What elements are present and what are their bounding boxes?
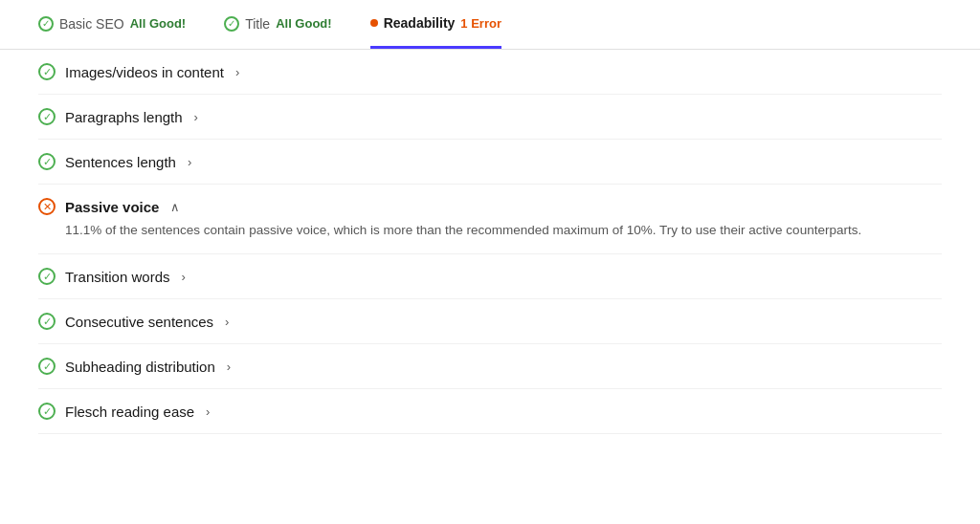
list-item-subheading-distribution: ✓Subheading distribution › bbox=[38, 344, 942, 389]
error-icon-passive-voice: ✕ bbox=[38, 198, 56, 215]
chevron-flesch-reading-ease: › bbox=[206, 404, 210, 419]
content-area: ✓Images/videos in content ›✓Paragraphs l… bbox=[0, 50, 980, 434]
check-icon-paragraphs-length: ✓ bbox=[38, 108, 56, 125]
chevron-sentences-length: › bbox=[188, 155, 191, 169]
item-label-flesch-reading-ease: Flesch reading ease bbox=[65, 404, 194, 420]
tab-title[interactable]: ✓TitleAll Good! bbox=[224, 0, 331, 49]
check-icon-title: ✓ bbox=[224, 16, 239, 32]
check-icon-transition-words: ✓ bbox=[38, 268, 56, 285]
list-item-row-paragraphs-length[interactable]: ✓Paragraphs length › bbox=[38, 108, 942, 125]
list-item-row-subheading-distribution[interactable]: ✓Subheading distribution › bbox=[38, 358, 942, 375]
list-item-row-passive-voice[interactable]: ✕Passive voice ∧ bbox=[38, 198, 942, 215]
error-dot-readability bbox=[370, 19, 378, 27]
check-icon-sentences-length: ✓ bbox=[38, 153, 56, 170]
item-label-passive-voice: Passive voice bbox=[65, 199, 159, 215]
tab-label-readability: Readability bbox=[384, 15, 456, 31]
tab-badge-title: All Good! bbox=[276, 16, 332, 31]
check-icon-flesch-reading-ease: ✓ bbox=[38, 403, 56, 420]
check-icon-subheading-distribution: ✓ bbox=[38, 358, 56, 375]
list-item-paragraphs-length: ✓Paragraphs length › bbox=[38, 95, 942, 140]
item-label-images-videos: Images/videos in content bbox=[65, 64, 224, 80]
item-label-transition-words: Transition words bbox=[65, 269, 169, 285]
tab-bar: ✓Basic SEOAll Good!✓TitleAll Good!Readab… bbox=[0, 0, 980, 50]
check-icon-images-videos: ✓ bbox=[38, 63, 56, 80]
chevron-passive-voice: ∧ bbox=[170, 200, 180, 214]
list-item-row-sentences-length[interactable]: ✓Sentences length › bbox=[38, 153, 942, 170]
list-item-sentences-length: ✓Sentences length › bbox=[38, 140, 942, 185]
list-item-row-transition-words[interactable]: ✓Transition words › bbox=[38, 268, 942, 285]
chevron-subheading-distribution: › bbox=[227, 360, 231, 374]
tab-label-basic-seo: Basic SEO bbox=[59, 16, 124, 32]
item-description-passive-voice: 11.1% of the sentences contain passive v… bbox=[65, 221, 942, 240]
tab-readability[interactable]: Readability1 Error bbox=[370, 0, 501, 49]
item-label-subheading-distribution: Subheading distribution bbox=[65, 359, 215, 375]
list-item-row-consecutive-sentences[interactable]: ✓Consecutive sentences › bbox=[38, 313, 942, 330]
list-item-images-videos: ✓Images/videos in content › bbox=[38, 50, 942, 95]
tab-badge-readability: 1 Error bbox=[460, 16, 501, 31]
tab-basic-seo[interactable]: ✓Basic SEOAll Good! bbox=[38, 0, 186, 49]
list-item-flesch-reading-ease: ✓Flesch reading ease › bbox=[38, 389, 942, 434]
item-label-sentences-length: Sentences length bbox=[65, 154, 176, 170]
tab-label-title: Title bbox=[245, 16, 270, 32]
check-icon-basic-seo: ✓ bbox=[38, 16, 54, 32]
chevron-transition-words: › bbox=[181, 270, 185, 284]
check-icon-consecutive-sentences: ✓ bbox=[38, 313, 56, 330]
chevron-consecutive-sentences: › bbox=[225, 315, 229, 329]
chevron-paragraphs-length: › bbox=[194, 110, 198, 124]
list-item-transition-words: ✓Transition words › bbox=[38, 254, 942, 299]
list-item-row-flesch-reading-ease[interactable]: ✓Flesch reading ease › bbox=[38, 403, 942, 420]
main-container: ✓Basic SEOAll Good!✓TitleAll Good!Readab… bbox=[0, 0, 980, 434]
tab-badge-basic-seo: All Good! bbox=[130, 16, 187, 31]
list-item-row-images-videos[interactable]: ✓Images/videos in content › bbox=[38, 63, 942, 80]
item-label-paragraphs-length: Paragraphs length bbox=[65, 109, 183, 125]
chevron-images-videos: › bbox=[235, 65, 239, 79]
list-item-passive-voice: ✕Passive voice ∧11.1% of the sentences c… bbox=[38, 185, 942, 254]
list-item-consecutive-sentences: ✓Consecutive sentences › bbox=[38, 299, 942, 344]
item-label-consecutive-sentences: Consecutive sentences bbox=[65, 314, 213, 330]
